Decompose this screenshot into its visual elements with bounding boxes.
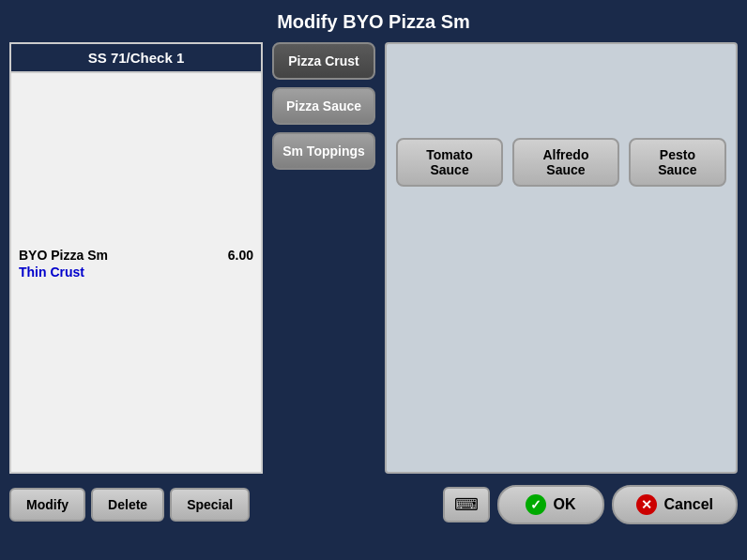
cancel-button[interactable]: ✕ Cancel [612, 485, 738, 524]
options-panel: Tomato Sauce Alfredo Sauce Pesto Sauce [385, 42, 738, 474]
tomato-sauce-button[interactable]: Tomato Sauce [396, 138, 503, 187]
order-list: BYO Pizza Sm 6.00 Thin Crust [9, 71, 263, 474]
keyboard-icon: ⌨ [454, 495, 479, 514]
sm-toppings-button[interactable]: Sm Toppings [272, 132, 375, 170]
delete-button[interactable]: Delete [91, 488, 164, 522]
cancel-label: Cancel [664, 496, 713, 513]
item-price: 6.00 [228, 248, 253, 263]
pizza-sauce-button[interactable]: Pizza Sauce [272, 87, 375, 125]
ok-button[interactable]: ✓ OK [497, 485, 604, 524]
ok-label: OK [554, 496, 576, 513]
order-panel: SS 71/Check 1 BYO Pizza Sm 6.00 Thin Cru… [9, 42, 263, 474]
bottom-bar: Modify Delete Special ⌨ ✓ OK ✕ Cancel [0, 477, 747, 532]
order-item: BYO Pizza Sm 6.00 [15, 246, 257, 265]
item-name: BYO Pizza Sm [19, 248, 108, 263]
sauce-options-row: Tomato Sauce Alfredo Sauce Pesto Sauce [396, 138, 726, 187]
modify-button[interactable]: Modify [9, 488, 85, 522]
category-panel: Pizza Crust Pizza Sauce Sm Toppings [272, 42, 375, 474]
keyboard-button[interactable]: ⌨ [443, 487, 490, 522]
action-buttons: Modify Delete Special [9, 488, 250, 522]
dialog-title: Modify BYO Pizza Sm [277, 11, 470, 32]
order-header: SS 71/Check 1 [9, 42, 263, 71]
alfredo-sauce-button[interactable]: Alfredo Sauce [512, 138, 619, 187]
title-bar: Modify BYO Pizza Sm [0, 0, 747, 42]
order-modifier: Thin Crust [15, 265, 257, 281]
x-icon: ✕ [636, 494, 657, 515]
check-icon: ✓ [526, 494, 546, 515]
pizza-crust-button[interactable]: Pizza Crust [272, 42, 375, 80]
special-button[interactable]: Special [170, 488, 250, 522]
pesto-sauce-button[interactable]: Pesto Sauce [629, 138, 726, 187]
